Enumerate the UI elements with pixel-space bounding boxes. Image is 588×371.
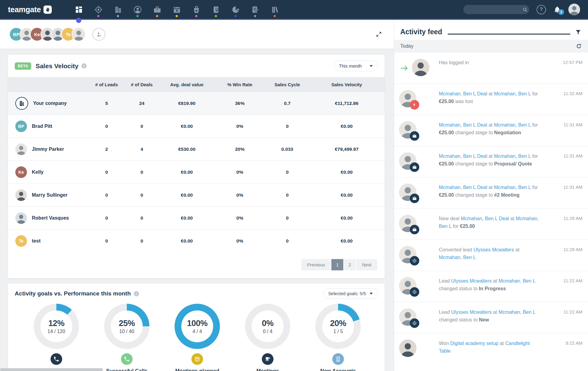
feed-link[interactable]: Mcmahan, Ben L (499, 278, 535, 284)
info-icon[interactable]: i (81, 63, 87, 69)
feed-link[interactable]: Mcmahan, Ben L Deal (461, 216, 509, 221)
filter-icon[interactable] (575, 29, 581, 35)
feed-link[interactable]: Mcmahan, Ben L (494, 185, 531, 190)
feed-avatar[interactable] (412, 59, 429, 76)
info-icon[interactable]: i (134, 291, 139, 296)
page-button-2[interactable]: 2 (344, 259, 356, 270)
feed-text-segment: was lost (454, 99, 473, 104)
table-row[interactable]: Your company524€819.9036%0.7€11,712.86 (8, 92, 385, 115)
feed-item-left (399, 308, 439, 326)
feed-avatar[interactable] (399, 152, 417, 170)
phone-icon (121, 353, 133, 365)
feed-link[interactable]: Digital academy setup (450, 341, 498, 346)
user-avatar[interactable] (568, 4, 580, 15)
feed-link[interactable]: Mcmahan, Ben L Deal (439, 154, 487, 159)
goal-label[interactable]: Successful Calls (106, 368, 147, 371)
feed-link[interactable]: Ulysses Mcwalters (451, 278, 492, 284)
previous-page-button[interactable]: Previous (301, 259, 331, 270)
search-box[interactable] (463, 5, 529, 14)
feed-avatar[interactable] (399, 184, 417, 201)
logo[interactable]: teamgate (8, 5, 52, 14)
goal-fraction: 4 / 4 (192, 329, 202, 334)
feed-link[interactable]: Mcmahan, Ben L Deal (439, 185, 487, 190)
row-value: €79,499.97 (309, 147, 385, 152)
nav-item-calendar[interactable] (167, 0, 187, 19)
feed-link[interactable]: Mcmahan, Ben L (439, 255, 476, 260)
row-value: 0 (124, 215, 160, 221)
team-avatar[interactable] (72, 27, 86, 41)
row-value: 0% (214, 215, 266, 221)
feed-avatar[interactable] (399, 90, 417, 107)
nav-item-forms[interactable] (245, 0, 265, 19)
selected-goals-dropdown[interactable]: Selected goals: 5/5 (323, 288, 378, 299)
horizontal-scrollbar[interactable] (0, 368, 103, 371)
activity-goals-title: Activity goals vs. Performance this mont… (15, 290, 131, 297)
feed-avatar[interactable] (399, 308, 417, 326)
expand-button[interactable] (375, 31, 382, 38)
feed-text-segment: at (487, 185, 494, 190)
feed-avatar[interactable] (399, 215, 417, 232)
feed-item-left (399, 121, 439, 139)
notifications-button[interactable]: 2 (553, 6, 561, 13)
topbar-right: ? 2 (463, 4, 580, 15)
column-header: Sales Velocity (309, 82, 385, 87)
feed-text: Converted lead Ulysses Mcwalters at Mcma… (439, 246, 547, 262)
feed-text-segment: New (479, 317, 489, 322)
feed-section-bar: Today (394, 40, 588, 53)
nav-item-deals[interactable] (147, 0, 167, 19)
help-button[interactable]: ? (537, 5, 546, 14)
period-dropdown[interactable]: This month (334, 61, 378, 71)
row-value: €819.90 (160, 101, 214, 106)
feed-link[interactable]: Ulysses Mcwalters (473, 247, 514, 252)
goal-new-accounts: 20%1 / 5New Accounts (311, 304, 365, 371)
feed-text-segment: changed stage to (454, 161, 494, 166)
briefcase-badge-icon (410, 225, 419, 234)
next-page-button[interactable]: Next (356, 259, 377, 270)
feed-text-segment: at (487, 154, 494, 159)
row-value: 0 (89, 192, 124, 198)
feed-link[interactable]: Ulysses Mcwalters (451, 310, 492, 315)
feed-link[interactable]: Mcmahan, Ben L (499, 310, 535, 315)
nav-item-knowledge[interactable] (265, 0, 285, 19)
table-row[interactable]: KeKelly00€0.000%0€0.00 (8, 161, 385, 184)
table-row[interactable]: Marry Sullinger00€0.000%0€0.00 (8, 184, 385, 206)
goal-label[interactable]: New Accounts (320, 368, 356, 371)
row-value: 0 (124, 192, 160, 198)
feed-text-segment: at (514, 247, 519, 252)
feed-link[interactable]: Mcmahan, Ben L (494, 122, 531, 128)
row-value: 36% (214, 101, 266, 106)
feed-item: Won Digital academy setup at Candlelight… (394, 333, 588, 364)
nav-item-files[interactable] (206, 0, 226, 19)
feed-text-segment: at (509, 216, 516, 221)
manage-members-button[interactable] (92, 28, 105, 41)
feed-item: Has logged in12:57 PM (394, 53, 588, 83)
goal-label[interactable]: Meetings (256, 368, 279, 371)
row-value: 0 (266, 124, 309, 129)
table-row[interactable]: BPBrad Pitt00€0.000%0€0.00 (8, 115, 385, 138)
feed-link[interactable]: Mcmahan, Ben L Deal (439, 91, 487, 96)
row-value: €0.00 (160, 192, 214, 198)
briefcase-badge-icon (410, 131, 419, 141)
nav-item-companies[interactable] (108, 0, 128, 19)
table-row[interactable]: Robert Vasques00€0.000%0€0.00 (8, 206, 385, 229)
search-input[interactable] (467, 7, 522, 12)
feed-avatar[interactable] (399, 246, 417, 263)
feed-avatar[interactable] (399, 277, 417, 295)
building-goal-icon (332, 353, 344, 365)
nav-item-contacts[interactable] (128, 0, 147, 19)
goal-label[interactable]: Meetings planned (175, 368, 219, 371)
refresh-icon[interactable] (576, 43, 582, 49)
nav-item-dashboard[interactable] (69, 0, 89, 19)
feed-link[interactable]: Mcmahan, Ben L (494, 91, 531, 96)
feed-avatar[interactable] (399, 339, 417, 357)
table-row[interactable]: Jimmy Parker24€530.0020%0.033€79,499.97 (8, 138, 385, 161)
feed-link[interactable]: Mcmahan, Ben L Deal (439, 122, 487, 128)
page-button-1[interactable]: 1 (331, 259, 343, 270)
feed-text-segment: Has logged in (439, 60, 469, 65)
nav-item-sales[interactable] (187, 0, 206, 19)
nav-item-insights[interactable] (226, 0, 245, 19)
table-row[interactable]: Tetest00€0.000%0€0.00 (8, 229, 385, 252)
feed-link[interactable]: Mcmahan, Ben L (494, 154, 531, 159)
feed-avatar[interactable] (399, 121, 417, 139)
nav-item-goals[interactable] (89, 0, 108, 19)
